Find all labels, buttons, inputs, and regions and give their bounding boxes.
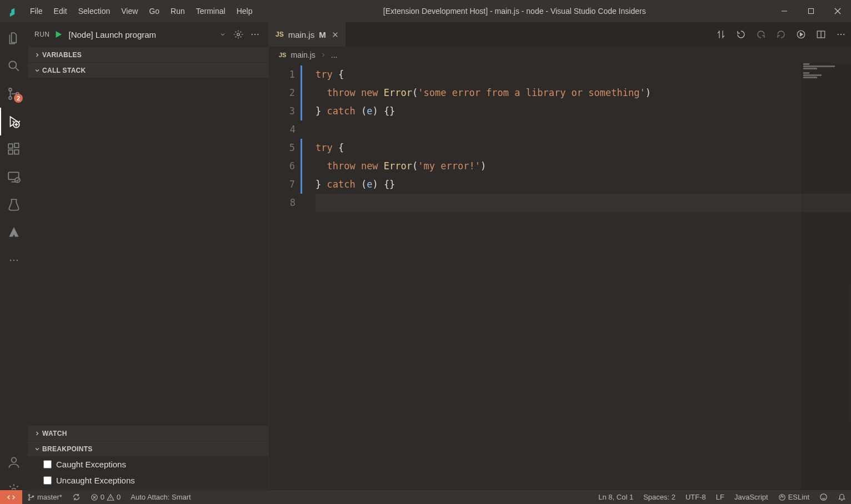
- app-logo: [0, 6, 24, 17]
- menu-go[interactable]: Go: [143, 0, 165, 22]
- svg-point-1: [9, 61, 16, 68]
- breakpoint-label: Uncaught Exceptions: [56, 476, 135, 485]
- menu-view[interactable]: View: [116, 0, 143, 22]
- run-file-icon[interactable]: [791, 22, 811, 47]
- svg-point-14: [17, 260, 18, 261]
- breakpoint-uncaught[interactable]: Uncaught Exceptions: [28, 472, 268, 488]
- chevron-right-icon: [32, 430, 42, 437]
- breakpoint-checkbox[interactable]: [43, 460, 52, 468]
- run-debug-tab[interactable]: [0, 108, 28, 135]
- editor-tabs: JS main.js M: [269, 22, 851, 47]
- azure-tab[interactable]: [0, 219, 28, 246]
- window-controls: [771, 0, 851, 22]
- close-button[interactable]: [824, 0, 851, 22]
- section-label: BREAKPOINTS: [42, 445, 93, 453]
- menu-run[interactable]: Run: [165, 0, 191, 22]
- svg-point-25: [843, 34, 844, 35]
- extensions-tab[interactable]: [0, 135, 28, 163]
- testing-tab[interactable]: [0, 191, 28, 219]
- minimap[interactable]: [801, 63, 851, 504]
- js-icon: JS: [276, 31, 284, 38]
- status-lang[interactable]: JavaScript: [729, 490, 773, 504]
- status-spaces[interactable]: Spaces: 2: [638, 490, 680, 504]
- window-title: [Extension Development Host] - main.js -…: [258, 7, 771, 16]
- svg-point-23: [838, 34, 839, 35]
- source-control-tab[interactable]: 2: [0, 80, 28, 108]
- accounts-button[interactable]: [0, 448, 28, 476]
- status-eslint[interactable]: ESLint: [773, 490, 814, 504]
- close-icon[interactable]: [331, 31, 340, 38]
- compare-changes-icon[interactable]: [711, 22, 731, 47]
- status-problems[interactable]: 0 0: [86, 490, 126, 504]
- revert-icon[interactable]: [731, 22, 751, 47]
- tab-filename: main.js: [288, 30, 315, 39]
- svg-point-13: [13, 260, 15, 261]
- svg-point-18: [252, 34, 253, 35]
- section-label: CALL STACK: [42, 67, 86, 74]
- status-eol[interactable]: LF: [711, 490, 729, 504]
- overflow-tab[interactable]: [0, 246, 28, 274]
- svg-point-19: [254, 34, 256, 35]
- menu-help[interactable]: Help: [231, 0, 258, 22]
- menu-selection[interactable]: Selection: [73, 0, 116, 22]
- js-icon: JS: [279, 52, 286, 58]
- status-branch[interactable]: master*: [22, 490, 67, 504]
- tab-main-js[interactable]: JS main.js M: [269, 22, 346, 47]
- menu-terminal[interactable]: Terminal: [191, 0, 231, 22]
- svg-rect-9: [14, 143, 19, 148]
- breadcrumb-symbol: ...: [331, 51, 338, 59]
- status-feedback[interactable]: [814, 490, 833, 504]
- editor-region: JS main.js M JS main.js ... 12345678: [269, 22, 851, 504]
- activity-bar: 2: [0, 22, 28, 504]
- title-bar: File Edit Selection View Go Run Terminal…: [0, 0, 851, 22]
- breadcrumb-filename: main.js: [291, 51, 315, 59]
- split-editor-icon[interactable]: [811, 22, 831, 47]
- launch-config-select[interactable]: [Node] Launch program: [67, 30, 229, 39]
- chevron-down-icon: [32, 446, 42, 452]
- gear-icon[interactable]: [232, 29, 245, 39]
- chevron-right-icon: [32, 52, 42, 58]
- svg-point-30: [779, 494, 785, 500]
- section-variables[interactable]: VARIABLES: [28, 47, 268, 62]
- more-actions-icon[interactable]: [831, 22, 851, 47]
- svg-point-26: [28, 494, 30, 496]
- menu-file[interactable]: File: [24, 0, 48, 22]
- explorer-tab[interactable]: [0, 24, 28, 52]
- start-debug-button[interactable]: [53, 29, 63, 39]
- status-auto-attach[interactable]: Auto Attach: Smart: [126, 490, 196, 504]
- section-breakpoints[interactable]: BREAKPOINTS: [28, 441, 268, 456]
- more-icon[interactable]: [248, 29, 262, 39]
- code-area[interactable]: try { throw new Error('some error from a…: [302, 63, 851, 504]
- breadcrumb[interactable]: JS main.js ...: [269, 47, 851, 63]
- svg-rect-6: [8, 144, 13, 148]
- remote-explorer-tab[interactable]: [0, 163, 28, 191]
- code-editor[interactable]: 12345678 try { throw new Error('some err…: [269, 63, 851, 504]
- svg-point-31: [820, 494, 827, 500]
- section-label: WATCH: [42, 430, 67, 437]
- scm-badge: 2: [14, 94, 23, 103]
- breakpoint-label: Caught Exceptions: [56, 460, 126, 469]
- section-watch[interactable]: WATCH: [28, 425, 268, 441]
- navigate-back-icon[interactable]: [751, 22, 771, 47]
- status-encoding[interactable]: UTF-8: [680, 490, 711, 504]
- svg-point-24: [840, 34, 842, 35]
- breakpoint-checkbox[interactable]: [43, 476, 52, 485]
- section-callstack[interactable]: CALL STACK: [28, 62, 268, 78]
- maximize-button[interactable]: [798, 0, 824, 22]
- menu-bar: File Edit Selection View Go Run Terminal…: [24, 0, 258, 22]
- status-bell[interactable]: [833, 490, 851, 504]
- navigate-forward-icon[interactable]: [771, 22, 791, 47]
- search-tab[interactable]: [0, 52, 28, 80]
- status-sync[interactable]: [67, 490, 86, 504]
- status-position[interactable]: Ln 8, Col 1: [593, 490, 638, 504]
- minimize-button[interactable]: [771, 0, 798, 22]
- breakpoint-caught[interactable]: Caught Exceptions: [28, 456, 268, 472]
- svg-rect-7: [8, 150, 13, 154]
- launch-config-label: [Node] Launch program: [69, 30, 157, 39]
- svg-point-12: [10, 260, 12, 261]
- menu-edit[interactable]: Edit: [48, 0, 73, 22]
- remote-indicator[interactable]: [0, 490, 22, 505]
- svg-point-2: [9, 88, 12, 91]
- line-gutter: 12345678: [269, 63, 302, 504]
- svg-point-3: [9, 97, 12, 99]
